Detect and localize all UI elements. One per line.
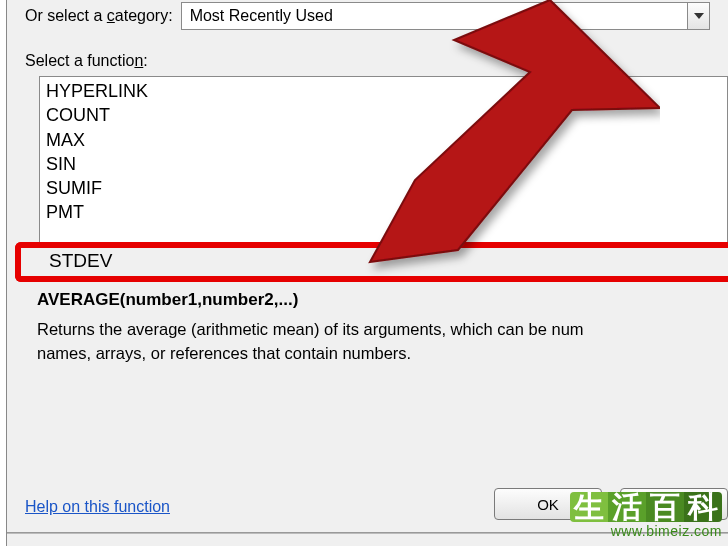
category-combobox[interactable]: Most Recently Used (181, 2, 710, 30)
function-syntax: AVERAGE(number1,number2,...) (37, 290, 298, 310)
list-item[interactable]: COUNT (46, 103, 721, 127)
watermark-logo: 生 活 百 科 (570, 492, 722, 522)
function-description: Returns the average (arithmetic mean) of… (37, 318, 728, 366)
help-link[interactable]: Help on this function (25, 498, 170, 516)
list-item[interactable]: SIN (46, 152, 721, 176)
watermark-url: www.bimeiz.com (570, 524, 722, 538)
select-function-label: Select a function: (7, 34, 728, 76)
category-value: Most Recently Used (190, 7, 333, 25)
category-row: Or select a category: Most Recently Used (7, 0, 728, 34)
insert-function-dialog: Or select a category: Most Recently Used… (6, 0, 728, 546)
list-item[interactable]: PMT (46, 200, 721, 224)
watermark: 生 活 百 科 www.bimeiz.com (570, 492, 722, 538)
list-item[interactable]: MAX (46, 128, 721, 152)
list-item[interactable]: SUMIF (46, 176, 721, 200)
function-listbox[interactable]: HYPERLINK COUNT MAX SIN SUMIF PMT (39, 76, 728, 246)
list-item[interactable]: HYPERLINK (46, 79, 721, 103)
highlight-box (15, 242, 728, 282)
highlighted-function[interactable]: STDEV (49, 250, 112, 272)
chevron-down-icon[interactable] (687, 3, 709, 29)
category-label: Or select a category: (25, 7, 173, 25)
